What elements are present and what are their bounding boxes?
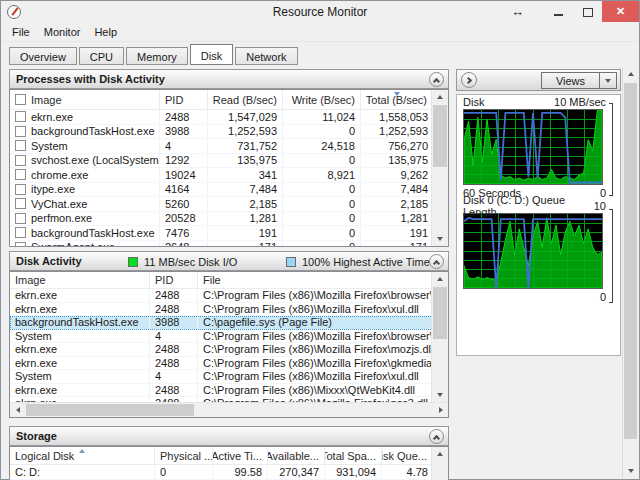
table-row[interactable]: backgroundTaskHost.exe39881,252,59301,25…: [10, 125, 433, 140]
table-row[interactable]: System4C:\Program Files (x86)\Mozilla Fi…: [10, 330, 433, 344]
views-button[interactable]: Views: [541, 72, 600, 89]
menu-item-file[interactable]: File: [5, 24, 37, 40]
tab-network[interactable]: Network: [235, 47, 297, 65]
storage-section-title: Storage: [16, 430, 57, 442]
scroll-up-button[interactable]: [432, 90, 448, 104]
processes-section-header[interactable]: Processes with Disk Activity: [9, 69, 449, 89]
close-button[interactable]: ✕: [602, 1, 639, 22]
table-row[interactable]: itype.exe41647,48407,484: [10, 183, 433, 198]
table-row[interactable]: ekrn.exe2488C:\Program Files (x86)\Mozil…: [10, 343, 433, 357]
table-row[interactable]: perfmon.exe205281,28101,281: [10, 212, 433, 227]
collapse-processes-button[interactable]: [429, 72, 444, 87]
scroll-up-button[interactable]: [623, 67, 639, 81]
cell: 171: [208, 241, 283, 248]
cell: backgroundTaskHost.exe: [10, 226, 160, 240]
select-all-checkbox[interactable]: [15, 94, 26, 105]
scroll-thumb[interactable]: [433, 105, 447, 167]
tab-memory[interactable]: Memory: [126, 47, 188, 65]
expand-panel-button[interactable]: [461, 72, 477, 88]
row-checkbox[interactable]: [15, 184, 26, 195]
scroll-down-button[interactable]: [432, 232, 448, 246]
scroll-thumb[interactable]: [433, 287, 447, 339]
row-checkbox[interactable]: [15, 126, 26, 137]
row-checkbox[interactable]: [15, 213, 26, 224]
tab-overview[interactable]: Overview: [9, 47, 77, 65]
views-dropdown-button[interactable]: [600, 72, 617, 89]
disk-chart-labels: Disk 10 MB/sec: [457, 95, 620, 108]
disk-activity-vertical-scrollbar[interactable]: [431, 272, 448, 402]
cell: 4164: [160, 183, 208, 197]
chevron-up-icon: [433, 77, 440, 84]
scroll-down-button[interactable]: [623, 464, 639, 478]
cell: 135,975: [361, 154, 433, 168]
table-row[interactable]: C: D:099.58270,347931,0944.78: [10, 465, 433, 480]
column-header-pid[interactable]: PID: [160, 90, 208, 109]
table-row[interactable]: chrome.exe190243418,9219,262: [10, 168, 433, 183]
processes-vertical-scrollbar[interactable]: [431, 90, 448, 246]
triangle-right-icon: [439, 407, 443, 413]
table-row[interactable]: ekrn.exe24881,547,02911,0241,558,053: [10, 110, 433, 125]
menu-item-monitor[interactable]: Monitor: [37, 24, 88, 40]
cell: 270,347: [268, 465, 325, 479]
scroll-right-button[interactable]: [433, 403, 448, 417]
column-header-write[interactable]: Write (B/sec): [283, 90, 361, 109]
scroll-thumb[interactable]: [26, 404, 194, 416]
row-checkbox[interactable]: [15, 242, 26, 247]
column-header-read[interactable]: Read (B/sec): [208, 90, 283, 109]
table-row[interactable]: backgroundTaskHost.exe74761910191: [10, 226, 433, 241]
table-row[interactable]: System4C:\Program Files (x86)\Mozilla Fi…: [10, 370, 433, 384]
row-checkbox[interactable]: [15, 227, 26, 238]
table-row[interactable]: VyChat.exe52602,18502,185: [10, 197, 433, 212]
column-header-file[interactable]: File: [198, 272, 433, 288]
disk-activity-section-header[interactable]: Disk Activity 11 MB/sec Disk I/O 100% Hi…: [9, 251, 449, 271]
disk-activity-horizontal-scrollbar[interactable]: [10, 402, 448, 417]
row-checkbox[interactable]: [15, 140, 26, 151]
storage-section-header[interactable]: Storage: [9, 426, 449, 446]
column-header-physical[interactable]: Physical ...: [155, 447, 213, 464]
resource-monitor-window: Resource Monitor ↔ ✕ FileMonitorHelp Ove…: [0, 0, 640, 480]
table-row[interactable]: ekrn.exe2488C:\Program Files (x86)\Mixxx…: [10, 384, 433, 398]
scroll-down-button[interactable]: [432, 388, 448, 402]
scroll-thumb[interactable]: [624, 83, 637, 439]
chevron-up-icon: [433, 259, 440, 266]
scroll-up-button[interactable]: [432, 447, 448, 461]
column-header-image[interactable]: Image: [10, 90, 160, 109]
tab-cpu[interactable]: CPU: [79, 47, 124, 65]
cell: 0: [283, 212, 361, 226]
column-header-active-time[interactable]: Active Ti...: [213, 447, 268, 464]
cell: System: [10, 139, 160, 153]
maximize-button[interactable]: [573, 1, 602, 22]
scroll-up-button[interactable]: [432, 272, 448, 286]
cell: 99.58: [213, 465, 268, 479]
table-row[interactable]: backgroundTaskHost.exe3988C:\pagefile.sy…: [10, 316, 433, 330]
collapse-disk-activity-button[interactable]: [429, 254, 444, 269]
disk-queue-graph: [463, 213, 603, 289]
cell: 171: [361, 241, 433, 248]
table-row[interactable]: System4731,75224,518756,270: [10, 139, 433, 154]
table-row[interactable]: SwarmAgent.exe26481710171: [10, 241, 433, 248]
row-checkbox[interactable]: [15, 155, 26, 166]
column-header-total-space[interactable]: Total Spa...: [325, 447, 382, 464]
column-header-pid[interactable]: PID: [150, 272, 198, 288]
row-checkbox[interactable]: [15, 198, 26, 209]
scroll-left-button[interactable]: [10, 403, 25, 417]
column-header-image[interactable]: Image: [10, 272, 150, 288]
table-row[interactable]: ekrn.exe2488C:\Program Files (x86)\Mozil…: [10, 289, 433, 303]
row-checkbox[interactable]: [15, 169, 26, 180]
row-checkbox[interactable]: [15, 111, 26, 122]
column-header-available[interactable]: Available...: [268, 447, 325, 464]
cell: C:\pagefile.sys (Page File): [198, 316, 433, 329]
resize-icon[interactable]: ↔: [503, 1, 532, 22]
tab-disk[interactable]: Disk: [190, 44, 233, 65]
table-row[interactable]: ekrn.exe2488C:\Program Files (x86)\Mozil…: [10, 357, 433, 371]
table-row[interactable]: svchost.exe (LocalSystemNet...1292135,97…: [10, 154, 433, 169]
storage-vertical-scrollbar[interactable]: [431, 447, 448, 480]
main-vertical-scrollbar[interactable]: [622, 67, 638, 478]
collapse-storage-button[interactable]: [429, 429, 444, 444]
minimize-button[interactable]: [544, 1, 573, 22]
chevron-up-icon: [433, 434, 440, 441]
table-row[interactable]: ekrn.exe2488C:\Program Files (x86)\Mozil…: [10, 303, 433, 317]
menu-item-help[interactable]: Help: [87, 24, 124, 40]
cell: 20528: [160, 212, 208, 226]
column-header-disk-queue[interactable]: Disk Que...: [382, 447, 433, 464]
